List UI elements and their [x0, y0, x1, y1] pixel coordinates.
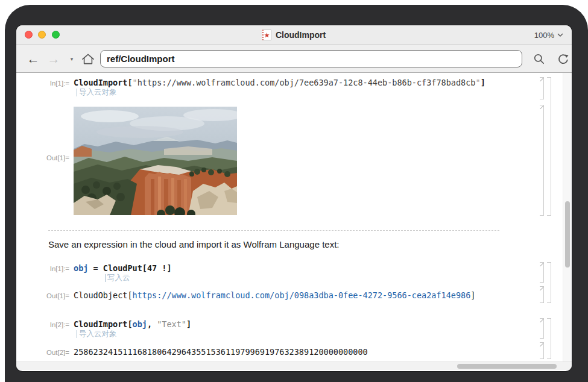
- history-dropdown-button[interactable]: ▾: [67, 45, 77, 73]
- screenshot-root: CloudImport 100% ← → ▾: [0, 0, 588, 382]
- comma: ,: [147, 319, 157, 329]
- vertical-scrollbar-track[interactable]: [563, 73, 572, 362]
- function-name: CloudImport: [74, 78, 127, 87]
- cloud-url-string: https://www.wolframcloud.com/obj/7ee639a…: [138, 78, 476, 87]
- arguments: [47 !]: [142, 263, 172, 273]
- input-cell-2[interactable]: In[1]:=obj = CloudPut[47 !]: [16, 263, 172, 274]
- output-cell-2: Out[1]=CloudObject[https://www.wolframcl…: [16, 290, 476, 301]
- vertical-scrollbar-thumb[interactable]: [565, 201, 570, 268]
- symbol-obj: obj: [74, 263, 88, 273]
- code-caption-cn: 导入云对象: [77, 89, 117, 96]
- home-icon: [81, 53, 95, 65]
- address-input[interactable]: [100, 50, 522, 67]
- factorial-result: 2586232415111681806429643551536119799691…: [74, 347, 368, 357]
- zoom-level: 100%: [534, 31, 554, 40]
- symbol-obj: obj: [133, 319, 147, 329]
- reload-button[interactable]: [553, 45, 572, 73]
- code-caption-cn: 导入云对象: [77, 330, 117, 338]
- function-name: CloudImport: [74, 319, 127, 329]
- chevron-down-icon: [557, 33, 563, 37]
- home-button[interactable]: [79, 45, 97, 73]
- back-button[interactable]: ←: [25, 45, 42, 73]
- open-bracket: [: [127, 319, 132, 329]
- open-bracket: [: [127, 78, 132, 87]
- cloudobject-head: CloudObject: [74, 290, 127, 300]
- section-description: Save an expression in the cloud and impo…: [48, 239, 340, 249]
- spikey-icon: [264, 33, 270, 38]
- cell-bracket[interactable]: [540, 342, 544, 359]
- cell-group-bracket[interactable]: [547, 318, 551, 359]
- cell-group-separator: [48, 230, 499, 231]
- window-title-group: CloudImport: [16, 25, 572, 45]
- navigation-bar: ← → ▾: [16, 45, 572, 73]
- cloud-object-link[interactable]: https://www.wolframcloud.com/obj/098a3db…: [133, 290, 471, 300]
- in-label: In[1]:=: [16, 80, 69, 87]
- cell-group-bracket[interactable]: [547, 262, 551, 303]
- close-bracket: ]: [470, 290, 475, 300]
- wolfram-notebook-icon: [262, 30, 271, 40]
- out-label: Out[2]=: [16, 349, 69, 356]
- bryce-canyon-landscape-photo: [74, 107, 237, 215]
- horizontal-scrollbar-track[interactable]: [16, 362, 572, 370]
- forward-arrow-icon: →: [48, 52, 60, 66]
- notebook-content: In[1]:=CloudImport["https://www.wolframc…: [16, 73, 572, 362]
- input-cell-3[interactable]: In[2]:=CloudImport[obj, "Text"]: [16, 319, 191, 330]
- format-string: "Text": [157, 319, 186, 329]
- cell-group-bracket[interactable]: [547, 77, 551, 216]
- out-label: Out[1]=: [16, 292, 69, 299]
- caret-down-icon: ▾: [71, 56, 74, 62]
- search-icon: [533, 53, 545, 65]
- cell-bracket[interactable]: [540, 77, 544, 99]
- cell-bracket[interactable]: [540, 105, 544, 216]
- output-cell-3: Out[2]=258623241511168180642964355153611…: [16, 346, 368, 357]
- quote: ": [476, 78, 481, 87]
- close-bracket: ]: [481, 78, 485, 87]
- equals: =: [88, 263, 103, 273]
- close-bracket: ]: [186, 319, 191, 329]
- cell-bracket[interactable]: [540, 318, 544, 339]
- title-bar[interactable]: CloudImport 100%: [16, 25, 572, 45]
- back-arrow-icon: ←: [27, 52, 40, 66]
- forward-button[interactable]: →: [45, 45, 62, 73]
- in-label: In[2]:=: [16, 321, 69, 328]
- magnification-dropdown[interactable]: 100%: [534, 25, 563, 45]
- cell-bracket[interactable]: [540, 286, 544, 303]
- horizontal-scrollbar-thumb[interactable]: [457, 364, 557, 369]
- search-button[interactable]: [529, 45, 549, 73]
- cell-bracket[interactable]: [540, 262, 544, 283]
- desktop-frame: CloudImport 100% ← → ▾: [5, 5, 588, 382]
- cloudimport-doc-window: CloudImport 100% ← → ▾: [16, 25, 572, 371]
- in-label: In[1]:=: [16, 265, 69, 272]
- function-name: CloudPut: [103, 263, 142, 273]
- input-cell-1[interactable]: In[1]:=CloudImport["https://www.wolframc…: [16, 77, 485, 88]
- quote: ": [133, 78, 138, 87]
- code-caption-cn: 写入云: [105, 274, 130, 282]
- reload-icon: [557, 53, 569, 65]
- window-title: CloudImport: [276, 30, 326, 40]
- open-bracket: [: [127, 290, 132, 300]
- out-label: Out[1]=: [16, 154, 69, 161]
